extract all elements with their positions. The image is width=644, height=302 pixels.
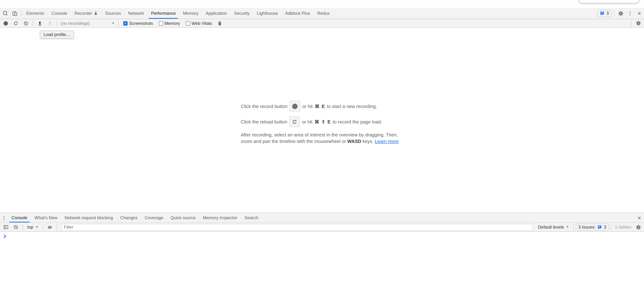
tab-memory[interactable]: Memory (179, 8, 202, 19)
performance-toolbar: (no recordings) ▼ ✓ Screenshots Memory W… (0, 19, 644, 28)
chevron-down-icon: ▼ (566, 226, 569, 229)
tab-label: Coverage (145, 215, 163, 220)
screenshots-checkbox-group[interactable]: ✓ Screenshots (123, 21, 153, 26)
tab-lighthouse[interactable]: Lighthouse (253, 8, 282, 19)
memory-checkbox-group[interactable]: Memory (159, 21, 180, 26)
console-issues-button[interactable]: 3 Issues: 3 (576, 224, 608, 231)
performance-landing-instructions: Click the record button or hit ⌘ E to st… (241, 101, 403, 145)
separator (23, 224, 23, 230)
reload-and-record-button[interactable] (11, 19, 20, 27)
record-button[interactable] (1, 19, 10, 27)
drawer-tab-console[interactable]: Console (8, 213, 31, 222)
performance-panel-body: Load profile… Click the record button or… (0, 28, 644, 213)
show-console-sidebar-button[interactable] (1, 223, 10, 231)
drawer-tab-quick-source[interactable]: Quick source (167, 213, 199, 222)
create-live-expression-button[interactable] (45, 223, 54, 231)
separator (42, 224, 43, 230)
tooltip-label: Load profile… (44, 32, 70, 37)
gear-icon (636, 224, 641, 230)
learn-more-link[interactable]: Learn more (375, 138, 399, 144)
drawer-tab-coverage[interactable]: Coverage (141, 213, 167, 222)
console-settings-button[interactable] (634, 223, 643, 231)
close-devtools-button[interactable]: × (635, 8, 644, 19)
drawer-more-tabs-button[interactable]: ⋮ (0, 213, 8, 222)
issues-count: 3 (604, 225, 606, 230)
settings-button[interactable] (616, 8, 625, 19)
paragraph-text: zoom and pan the timeline with the mouse… (241, 138, 346, 144)
tab-security[interactable]: Security (230, 8, 253, 19)
devtools-window: Elements Console Recorder Sources Networ… (0, 0, 644, 302)
drawer-tab-whats-new[interactable]: What's New (31, 213, 61, 222)
tab-label: Sources (105, 11, 121, 16)
separator (118, 20, 118, 26)
tab-label: Elements (26, 11, 44, 16)
tab-performance[interactable]: Performance (148, 8, 179, 19)
garbage-collect-button[interactable] (215, 19, 224, 27)
drawer-tab-network-request-blocking[interactable]: Network request blocking (61, 213, 116, 222)
issues-bubble-icon (598, 225, 602, 229)
tab-adblock-plus[interactable]: Adblock Plus (282, 8, 314, 19)
tab-redux[interactable]: Redux (314, 8, 333, 19)
browser-popup-fragment (578, 0, 639, 3)
context-value: top (27, 225, 33, 230)
inspect-cursor-icon (3, 11, 8, 16)
close-drawer-button[interactable]: × (635, 213, 644, 222)
screenshots-checkbox[interactable]: ✓ (123, 21, 128, 25)
memory-checkbox[interactable] (159, 21, 163, 25)
clear-recordings-button[interactable] (21, 19, 30, 27)
issues-counter-button[interactable]: 3 (598, 10, 611, 17)
experiment-flask-icon (94, 11, 98, 16)
upload-arrow-icon (38, 21, 42, 26)
shift-key-symbol: ⇧ (322, 119, 326, 124)
log-levels-select[interactable]: Default levels ▼ (536, 225, 571, 230)
gear-icon (618, 11, 623, 16)
instruction-text: Click the record button (241, 103, 288, 109)
drawer-tabbar: ⋮ Console What's New Network request blo… (0, 213, 644, 223)
drawer-tab-search[interactable]: Search (241, 213, 262, 222)
capture-settings-button[interactable] (634, 19, 643, 27)
tab-label: Redux (317, 11, 330, 16)
separator (57, 20, 57, 26)
tab-label: Performance (151, 11, 176, 16)
recordings-select[interactable]: (no recordings) ▼ (59, 21, 116, 26)
chevron-down-icon: ▼ (112, 22, 115, 25)
device-toolbar-button[interactable] (10, 8, 20, 19)
instruction-text: to record the page load. (333, 119, 382, 124)
tab-label: Network (128, 11, 144, 16)
record-circle-icon (4, 21, 8, 25)
separator (56, 224, 57, 230)
tab-console[interactable]: Console (48, 8, 71, 19)
record-instruction-row: Click the record button or hit ⌘ E to st… (241, 101, 403, 112)
more-options-button[interactable]: ⋮ (625, 8, 635, 19)
usage-paragraph: After recording, select an area of inter… (241, 132, 403, 145)
reload-icon (13, 21, 18, 26)
tab-sources[interactable]: Sources (102, 8, 124, 19)
web-vitals-checkbox[interactable] (186, 21, 190, 25)
record-circle-icon (292, 103, 298, 109)
tab-label: Console (52, 11, 67, 16)
load-profile-button[interactable] (35, 19, 44, 27)
save-profile-button-disabled[interactable] (45, 19, 54, 27)
hidden-messages-count: 1 hidden (614, 225, 633, 230)
issues-count: 3 (606, 11, 609, 16)
instruction-text: or hit (302, 103, 313, 109)
e-key-symbol: E (328, 119, 330, 124)
tab-label: Adblock Plus (285, 11, 310, 16)
tab-elements[interactable]: Elements (23, 8, 48, 19)
tab-application[interactable]: Application (202, 8, 230, 19)
console-filter-input[interactable] (61, 224, 533, 231)
javascript-context-select[interactable]: top ▼ (25, 225, 40, 230)
block-icon (13, 225, 18, 230)
clear-console-button[interactable] (11, 223, 20, 231)
web-vitals-checkbox-group[interactable]: Web Vitals (186, 21, 212, 26)
console-messages-area[interactable] (0, 232, 644, 302)
separator (573, 224, 574, 230)
paragraph-line: zoom and pan the timeline with the mouse… (241, 138, 403, 145)
tab-label: Application (206, 11, 227, 16)
drawer-tab-changes[interactable]: Changes (116, 213, 141, 222)
console-prompt-chevron-icon[interactable] (3, 234, 7, 238)
tab-recorder[interactable]: Recorder (71, 8, 102, 19)
drawer-tab-memory-inspector[interactable]: Memory Inspector (199, 213, 241, 222)
tab-network[interactable]: Network (124, 8, 148, 19)
inspect-element-button[interactable] (1, 8, 10, 19)
